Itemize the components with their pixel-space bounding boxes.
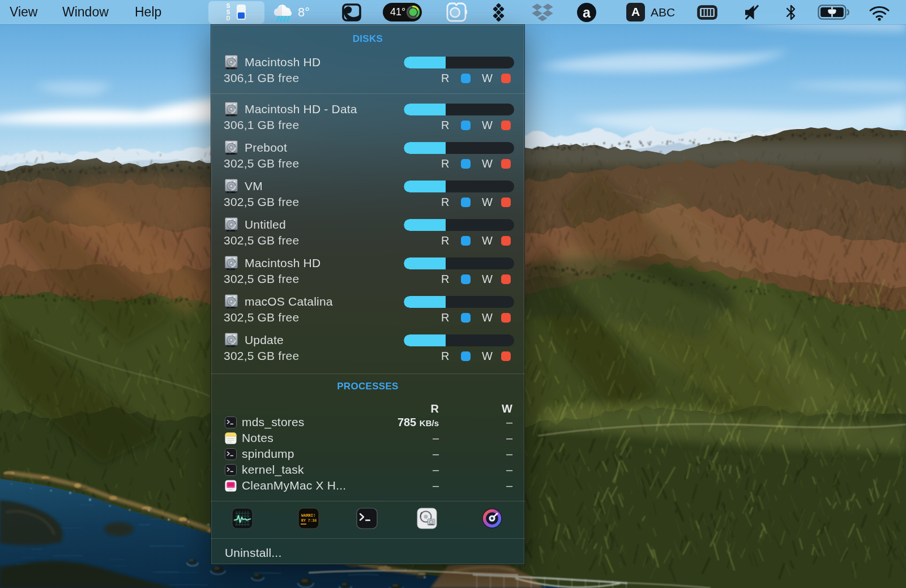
svg-text:a: a [583, 5, 591, 20]
svg-text:WARNI!: WARNI! [301, 513, 315, 518]
svg-text:RY 7:36: RY 7:36 [301, 519, 317, 523]
